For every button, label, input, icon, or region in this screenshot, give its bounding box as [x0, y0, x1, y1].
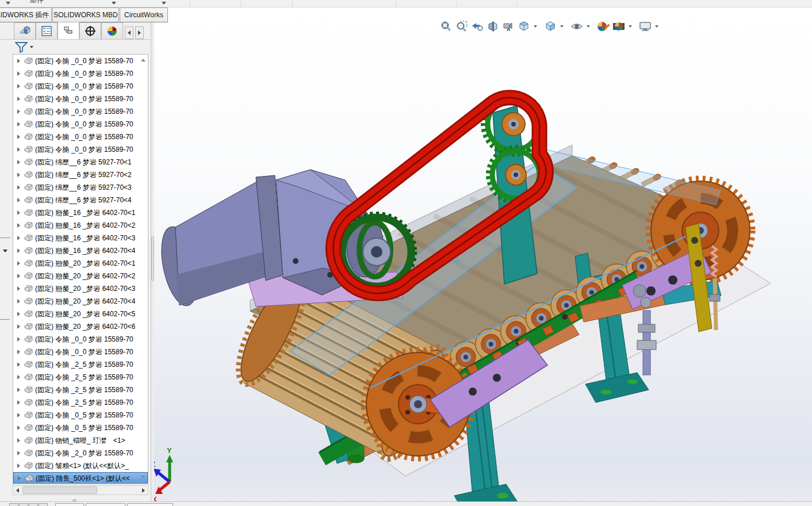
tree-item[interactable]: (固定) 剙嫠_20 _梦岩 6402-70<6: [13, 320, 148, 333]
panel-splitter[interactable]: [151, 22, 154, 501]
featuremanager-tab[interactable]: [14, 22, 36, 39]
tab-nav-button[interactable]: [29, 503, 38, 506]
tree-item[interactable]: (固定) 剙嫠_20 _梦岩 6402-70<4: [13, 295, 148, 308]
expand-arrow-icon[interactable]: [17, 375, 20, 379]
tree-item[interactable]: (固定) 令腧 _2_0 梦岩 15589-70: [13, 447, 148, 459]
tree-item[interactable]: (固定) 令腧 _0_0 梦岩 15589-70: [13, 55, 148, 67]
expand-arrow-icon[interactable]: [17, 438, 20, 443]
view-orientation-dropdown[interactable]: [532, 19, 538, 34]
expand-arrow-icon[interactable]: [17, 299, 20, 304]
tree-item[interactable]: (固定) 令腧 _0_0 梦岩 15589-70: [13, 93, 148, 105]
expand-arrow-icon[interactable]: [17, 236, 20, 240]
ribbon-dropdown-caret[interactable]: [162, 2, 166, 5]
tree-item[interactable]: (固定) 令腧 _0_0 梦岩 15589-70: [13, 118, 148, 131]
zoom-to-fit-icon[interactable]: [439, 19, 454, 34]
ribbon-dropdown-caret[interactable]: [6, 2, 10, 5]
tree-item[interactable]: (固定) 物销_镭噔_ 玎漤 <1>: [13, 434, 148, 447]
tree-item[interactable]: (固定) 令腧 _0_0 梦岩 15589-70: [13, 67, 148, 80]
expand-arrow-icon[interactable]: [18, 476, 21, 481]
tree-scroll-down-icon[interactable]: [140, 473, 147, 480]
tree-item[interactable]: (固定) 剙嫠_16 _梦岩 6402-70<2: [13, 219, 148, 232]
tree-item[interactable]: (固定) 令腧 _0_0 梦岩 15589-70: [13, 346, 148, 358]
tree-item[interactable]: (固定) 剙嫠_16 _梦岩 6402-70<1: [13, 206, 148, 219]
view-settings-dropdown[interactable]: [653, 19, 660, 34]
tree-horizontal-scrollbar[interactable]: [13, 485, 148, 495]
display-style-icon[interactable]: [543, 19, 558, 34]
propertymanager-tab[interactable]: [36, 22, 58, 39]
tree-item[interactable]: (固定) 剙嫠_16 _梦岩 6402-70<3: [13, 232, 148, 244]
configurationmanager-tab[interactable]: [58, 22, 79, 39]
tree-item[interactable]: (固定) 令腧 _0_0 梦岩 15589-70: [13, 143, 148, 156]
tab-nav-button[interactable]: [19, 503, 28, 506]
expand-arrow-icon[interactable]: [17, 425, 20, 430]
tree-item[interactable]: (固定) 令腧 _0_0 梦岩 15589-70: [13, 131, 148, 143]
expand-arrow-icon[interactable]: [17, 413, 20, 417]
document-tab-2[interactable]: 3D 视图: [86, 503, 125, 506]
edit-appearance-icon[interactable]: [596, 19, 611, 34]
tree-item[interactable]: (固定) 剙嫠_20 _梦岩 6402-70<3: [13, 282, 148, 295]
expand-arrow-icon[interactable]: [17, 337, 20, 342]
tree-item[interactable]: (固定) 令腧 _2_5 梦岩 15589-70: [13, 384, 148, 396]
hscroll-right-icon[interactable]: [139, 486, 148, 494]
hscroll-left-icon[interactable]: [13, 486, 22, 494]
adjuster-rod[interactable]: [715, 278, 716, 330]
tree-item[interactable]: (固定) 令腧 _0_0 梦岩 15589-70: [13, 333, 148, 346]
document-tab-1[interactable]: 模型: [55, 503, 84, 506]
expand-arrow-icon[interactable]: [17, 71, 20, 76]
expand-arrow-icon[interactable]: [17, 362, 20, 367]
tree-item[interactable]: (固定) 令腧 _0_0 梦岩 15589-70: [13, 80, 148, 93]
expand-arrow-icon[interactable]: [17, 463, 20, 468]
expand-arrow-icon[interactable]: [17, 248, 20, 253]
expand-arrow-icon[interactable]: [17, 172, 20, 177]
expand-arrow-icon[interactable]: [17, 122, 20, 126]
expand-arrow-icon[interactable]: [17, 324, 20, 329]
dimxpertmanager-tab[interactable]: [79, 22, 101, 39]
expand-arrow-icon[interactable]: [17, 210, 20, 215]
tree-item[interactable]: (固定) 令腧 _0_5 梦岩 15589-70: [13, 421, 148, 434]
panel-splitter-handle[interactable]: [151, 236, 154, 281]
expand-arrow-icon[interactable]: [17, 223, 20, 228]
expand-arrow-icon[interactable]: [17, 274, 20, 278]
tab-nav-button[interactable]: [9, 503, 18, 506]
manager-tab-scroll-right[interactable]: [135, 26, 144, 39]
tree-item[interactable]: (固定) 剙嫠_20 _梦岩 6402-70<5: [13, 308, 148, 320]
tree-item[interactable]: (固定) 绵歷__6 梦岩 5927-70<2: [13, 168, 148, 181]
tree-item[interactable]: (固定) 令腧 _0_5 梦岩 15589-70: [13, 409, 148, 421]
displaymanager-tab[interactable]: [101, 22, 123, 39]
tab-nav-button[interactable]: [39, 503, 48, 506]
expand-arrow-icon[interactable]: [17, 198, 20, 202]
command-tab[interactable]: CircuitWorks: [120, 7, 168, 22]
conveyor-assembly-model[interactable]: Y Z X: [151, 15, 812, 506]
expand-arrow-icon[interactable]: [17, 400, 20, 405]
hide-show-items-dropdown[interactable]: [585, 19, 591, 34]
expand-arrow-icon[interactable]: [17, 261, 20, 266]
tree-item[interactable]: (固定) 令腧 _2_5 梦岩 15589-70: [13, 371, 148, 384]
hscroll-thumb[interactable]: [22, 486, 97, 494]
command-tab[interactable]: SOLIDWORKS 插件: [0, 7, 52, 22]
expand-arrow-icon[interactable]: [17, 451, 20, 455]
tree-item[interactable]: (固定) 令腧 _2_5 梦岩 15589-70: [13, 358, 148, 371]
expand-arrow-icon[interactable]: [17, 109, 20, 114]
expand-arrow-icon[interactable]: [17, 97, 20, 101]
zoom-to-area-icon[interactable]: [454, 19, 469, 34]
tree-item[interactable]: (固定) 绵歷__6 梦岩 5927-70<3: [13, 181, 148, 194]
tree-item[interactable]: (固定) 剙嫠_20 _梦岩 6402-70<1: [13, 257, 148, 270]
tree-scroll-up-icon[interactable]: [140, 56, 147, 63]
expand-arrow-icon[interactable]: [17, 350, 20, 354]
expand-arrow-icon[interactable]: [17, 84, 20, 89]
feature-tree[interactable]: (固定) 令腧 _0_0 梦岩 15589-70(固定) 令腧 _0_0 梦岩 …: [13, 54, 148, 484]
tree-item[interactable]: (固定) 令腧 _2_5 梦岩 15589-70: [13, 396, 148, 409]
tree-item[interactable]: (固定) 剙嫠_20 _梦岩 6402-70<2: [13, 270, 148, 282]
ribbon-dropdown-caret[interactable]: [112, 2, 116, 5]
tree-item[interactable]: (固定) 绵歷__6 梦岩 5927-70<1: [13, 156, 148, 168]
view-settings-icon[interactable]: [638, 19, 653, 34]
command-tab[interactable]: SOLIDWORKS MBD: [52, 7, 119, 22]
expand-arrow-icon[interactable]: [17, 59, 20, 63]
expand-arrow-icon[interactable]: [17, 388, 20, 392]
filter-dropdown[interactable]: [30, 46, 33, 48]
filter-funnel-icon[interactable]: [15, 41, 28, 53]
tree-item[interactable]: (固定) 皱粮<1> (默认<<默认>_: [13, 459, 148, 472]
expand-arrow-icon[interactable]: [17, 286, 20, 291]
expand-arrow-icon[interactable]: [17, 147, 20, 152]
expand-arrow-icon[interactable]: [17, 185, 20, 190]
